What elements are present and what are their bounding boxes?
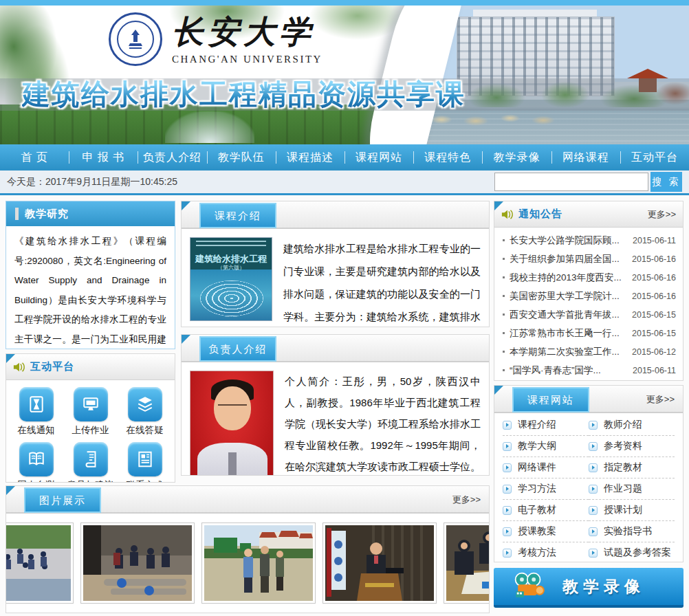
search-button[interactable]: 搜 索: [650, 172, 682, 192]
notice-item[interactable]: 关于组织参加第四届全国...2015-06-16: [501, 250, 676, 268]
interactive-platform-box: 互动平台 在线通知: [6, 353, 175, 483]
hourglass-icon[interactable]: [19, 387, 54, 421]
arrow-icon: [589, 549, 598, 558]
notice-item[interactable]: 江苏常熟市市长王飏一行...2015-06-15: [501, 324, 676, 342]
monitor-icon[interactable]: [74, 387, 108, 421]
logo-text-en: CHANG'AN UNIVERSITY: [172, 54, 322, 65]
site-link[interactable]: 指定教材: [589, 457, 675, 478]
site-link[interactable]: 教师介绍: [589, 415, 675, 436]
gallery-header: 图片展示 更多>>: [6, 486, 489, 514]
leader-intro-text: 个人简介：王彤，男，50岁，陕西汉中人，副教授。1986年毕业于西北建筑工程学院…: [285, 371, 481, 476]
leader-intro-box: 负责人介绍 个人简介：王彤，男，50岁，陕西汉中人，副教授。1986年毕业于西北…: [181, 334, 490, 476]
gallery-photo-field-trip[interactable]: [201, 522, 316, 604]
layers-icon[interactable]: [128, 387, 162, 421]
open-book-icon[interactable]: [19, 442, 54, 476]
site-link[interactable]: 教学大纲: [503, 436, 589, 457]
gallery-tab[interactable]: 图片展示: [24, 487, 101, 513]
corner-fold-icon: [494, 386, 503, 395]
site-link[interactable]: 授课计划: [589, 500, 675, 521]
site-link[interactable]: 授课教案: [503, 521, 589, 542]
interactive-platform-header: 互动平台: [6, 354, 175, 380]
textbook-edition: （第六版）: [190, 264, 272, 272]
course-site-header: 课程网站 更多>>: [494, 386, 683, 413]
seal-tower-icon: [124, 28, 147, 51]
feedback-item[interactable]: 意见与建议: [63, 441, 118, 483]
gallery-more-link[interactable]: 更多>>: [452, 486, 481, 514]
feedback-icon[interactable]: [74, 442, 108, 476]
leader-intro-tab[interactable]: 负责人介绍: [199, 336, 276, 362]
self-test-item[interactable]: 网上自测: [9, 441, 63, 483]
teaching-video-banner[interactable]: 教学录像: [494, 568, 683, 608]
bullet-icon: [503, 239, 505, 241]
nav-item-platform[interactable]: 互动平台: [620, 144, 689, 170]
arrow-icon: [589, 463, 598, 472]
course-intro-text: 建筑给水排水工程是给水排水工程专业的一门专业课，主要是研究建筑内部的给水以及排水…: [283, 237, 481, 327]
contact-icon[interactable]: [128, 442, 162, 476]
arrow-icon: [503, 485, 512, 494]
gallery-photo-group-study[interactable]: [444, 522, 489, 604]
course-site-box: 课程网站 更多>> 课程介绍 教师介绍 教学大纲 参考资料 网络课件 指定教材 …: [494, 385, 683, 562]
bullet-icon: [503, 369, 505, 371]
notices-more-link[interactable]: 更多>>: [648, 208, 676, 221]
search-input[interactable]: [494, 173, 648, 191]
bullet-icon: [503, 332, 505, 334]
gallery-photo-students-steps[interactable]: [6, 522, 74, 604]
online-qa-item[interactable]: 在线答疑: [118, 386, 172, 437]
course-site-tab[interactable]: 课程网站: [512, 387, 589, 412]
site-link[interactable]: 试题及参考答案: [589, 542, 675, 562]
site-link[interactable]: 课程介绍: [503, 415, 589, 436]
notice-item[interactable]: 西安交通大学首批青年拔...2015-06-15: [501, 305, 676, 324]
gallery-box: 图片展示 更多>>: [6, 485, 490, 613]
interactive-platform-title: 互动平台: [30, 360, 74, 373]
arrow-icon: [589, 506, 598, 515]
notice-list: 长安大学公路学院国际顾...2015-06-11 关于组织参加第四届全国...2…: [494, 228, 683, 380]
leader-intro-header: 负责人介绍: [182, 335, 489, 362]
site-link[interactable]: 考核方法: [503, 542, 589, 562]
nav-item-features[interactable]: 课程特色: [413, 144, 482, 170]
corner-fold-icon: [6, 486, 15, 495]
nav-item-description[interactable]: 课程描述: [276, 144, 344, 170]
film-projector-icon: [513, 571, 545, 602]
nav-item-team[interactable]: 教学队伍: [207, 144, 276, 170]
site-link[interactable]: 作业习题: [589, 478, 675, 500]
site-link[interactable]: 参考资料: [589, 436, 675, 457]
nav-item-leader[interactable]: 负责人介绍: [138, 144, 206, 170]
nav-item-online-course[interactable]: 网络课程: [551, 144, 620, 170]
contact-item[interactable]: 联系方式: [118, 441, 172, 483]
course-intro-tab[interactable]: 课程介绍: [199, 203, 276, 228]
arrow-icon: [503, 442, 512, 451]
notice-item[interactable]: 我校主持的2013年度西安...2015-06-16: [501, 268, 676, 287]
online-notice-item[interactable]: 在线通知: [9, 386, 63, 437]
main-content: 教学研究 《建筑给水排水工程》（课程编号:2920080，英文名:Enginee…: [0, 195, 689, 613]
arrow-icon: [589, 527, 598, 536]
search-area: 搜 索: [494, 172, 682, 192]
university-seal-icon: [109, 12, 162, 66]
main-nav: 首 页 申 报 书 负责人介绍 教学队伍 课程描述 课程网站 课程特色 教学录像…: [0, 144, 689, 170]
course-site-more-link[interactable]: 更多>>: [646, 386, 675, 413]
notice-item[interactable]: 美国密苏里大学工学院计...2015-06-16: [501, 287, 676, 305]
notice-item[interactable]: “国学风·青春志”国学...2015-06-11: [501, 361, 676, 380]
gallery-strip: [6, 514, 489, 613]
bullet-icon: [503, 314, 505, 316]
nav-item-home[interactable]: 首 页: [0, 144, 69, 170]
notice-item[interactable]: 长安大学公路学院国际顾...2015-06-11: [501, 231, 676, 250]
course-site-links: 课程介绍 教师介绍 教学大纲 参考资料 网络课件 指定教材 学习方法 作业习题 …: [494, 413, 683, 562]
nav-item-application[interactable]: 申 报 书: [69, 144, 138, 170]
gallery-photo-lecture[interactable]: [322, 522, 437, 604]
vertical-bar-icon: [15, 208, 19, 220]
nav-item-videos[interactable]: 教学录像: [482, 144, 551, 170]
teaching-research-header: 教学研究: [6, 201, 175, 226]
today-date-text: 今天是：2017年9月11日星期一10:45:25: [7, 176, 177, 188]
site-link[interactable]: 网络课件: [503, 457, 589, 478]
notices-title: 通知公告: [518, 208, 562, 221]
site-link[interactable]: 电子教材: [503, 500, 589, 521]
nav-item-site[interactable]: 课程网站: [344, 144, 413, 170]
site-link[interactable]: 实验指导书: [589, 521, 675, 542]
gallery-photo-pump-room[interactable]: [80, 522, 195, 604]
arrow-icon: [503, 421, 512, 430]
notice-item[interactable]: 本学期第二次实验室工作...2015-06-12: [501, 342, 676, 361]
bullet-icon: [503, 351, 505, 353]
site-link[interactable]: 学习方法: [503, 478, 589, 500]
bullet-icon: [503, 258, 505, 260]
upload-homework-item[interactable]: 上传作业: [63, 386, 118, 437]
